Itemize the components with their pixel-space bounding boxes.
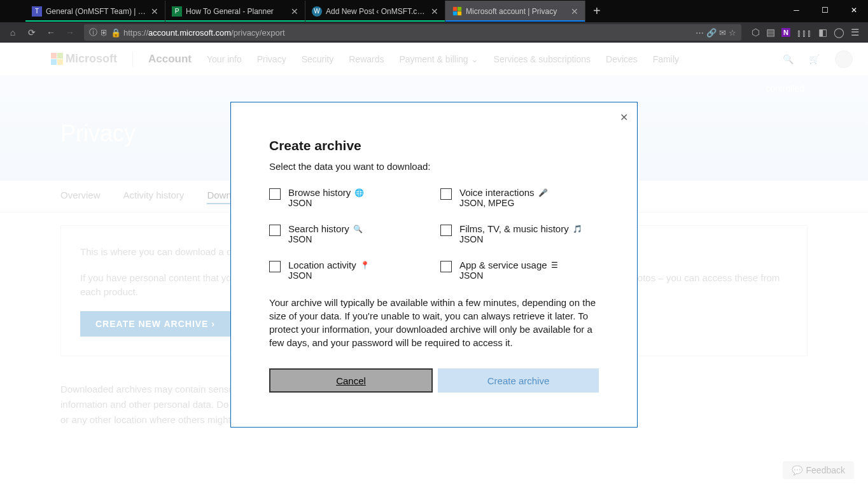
more-icon[interactable]: ⋯ xyxy=(696,28,704,38)
close-tab-icon[interactable]: ✕ xyxy=(151,6,158,17)
nav-bar: ⌂ ⟳ ← → ⓘ ⛨ 🔒 https://account.microsoft.… xyxy=(0,22,868,43)
microsoft-icon xyxy=(452,6,462,17)
modal-disclaimer: Your archive will typically be available… xyxy=(269,296,599,349)
modal-subtitle: Select the data you want to download: xyxy=(269,161,599,172)
option-location[interactable]: Location activity 📍 JSON xyxy=(269,260,428,281)
close-modal-button[interactable]: ✕ xyxy=(620,111,628,123)
close-tab-icon[interactable]: ✕ xyxy=(291,6,298,17)
create-archive-modal: ✕ Create archive Select the data you wan… xyxy=(230,102,638,428)
browser-tab-active[interactable]: Microsoft account | Privacy ✕ xyxy=(445,1,585,22)
create-archive-submit-button[interactable]: Create archive xyxy=(438,368,599,393)
toolbar-right: ⬡ ▤ N ⫿⫿⫿ ◧ ◯ ☰ xyxy=(746,27,864,38)
checkbox[interactable] xyxy=(269,225,281,236)
music-icon: 🎵 xyxy=(573,225,582,234)
tab-title: How To General - Planner xyxy=(186,7,287,16)
modal-buttons: Cancel Create archive xyxy=(269,368,599,393)
checkbox[interactable] xyxy=(269,261,281,272)
option-search[interactable]: Search history 🔍 JSON xyxy=(269,223,428,244)
checkbox[interactable] xyxy=(440,225,452,236)
mic-icon: 🎤 xyxy=(538,188,548,197)
globe-icon: 🌐 xyxy=(354,188,364,197)
option-apps[interactable]: App & service usage ☰ JSON xyxy=(440,260,599,281)
shield-icon[interactable]: ⛨ xyxy=(100,28,108,38)
extension-icon[interactable]: ⬡ xyxy=(752,27,760,38)
window-controls: ─ ☐ ✕ xyxy=(782,0,868,20)
modal-overlay: ✕ Create archive Select the data you wan… xyxy=(0,43,868,488)
mail-icon[interactable]: ✉ xyxy=(719,28,726,38)
option-browse-history[interactable]: Browse history 🌐 JSON xyxy=(269,187,428,208)
sidebar-icon[interactable]: ◧ xyxy=(818,27,827,38)
search-icon: 🔍 xyxy=(353,225,363,234)
option-voice[interactable]: Voice interactions 🎤 JSON, MPEG xyxy=(440,187,599,208)
list-icon: ☰ xyxy=(551,261,558,270)
reload-button[interactable]: ⟳ xyxy=(23,24,41,41)
link-icon[interactable]: 🔗 xyxy=(706,28,717,38)
maximize-button[interactable]: ☐ xyxy=(811,0,839,20)
close-window-button[interactable]: ✕ xyxy=(839,0,868,20)
url-text: https://account.microsoft.com/privacy/ex… xyxy=(123,28,693,38)
browser-tab[interactable]: W Add New Post ‹ OnMSFT.com — W ✕ xyxy=(305,1,445,22)
teams-icon: T xyxy=(32,6,42,17)
minimize-button[interactable]: ─ xyxy=(782,0,811,20)
close-tab-icon[interactable]: ✕ xyxy=(571,6,578,17)
options-grid: Browse history 🌐 JSON Voice interactions… xyxy=(269,187,599,281)
library-icon[interactable]: ⫿⫿⫿ xyxy=(797,27,812,38)
back-button[interactable]: ← xyxy=(42,24,60,41)
menu-icon[interactable]: ☰ xyxy=(851,27,859,38)
url-bar[interactable]: ⓘ ⛨ 🔒 https://account.microsoft.com/priv… xyxy=(84,24,741,41)
extension-icon[interactable]: ▤ xyxy=(766,27,775,38)
wordpress-icon: W xyxy=(312,6,322,17)
onenote-icon[interactable]: N xyxy=(781,28,790,37)
browser-tab[interactable]: P How To General - Planner ✕ xyxy=(165,1,305,22)
tab-strip: T General (OnMSFT Team) | Micr ✕ P How T… xyxy=(0,0,868,22)
modal-title: Create archive xyxy=(269,138,599,153)
browser-chrome: ─ ☐ ✕ T General (OnMSFT Team) | Micr ✕ P… xyxy=(0,0,868,43)
tab-title: General (OnMSFT Team) | Micr xyxy=(46,7,147,16)
checkbox[interactable] xyxy=(269,188,281,200)
browser-tab[interactable]: T General (OnMSFT Team) | Micr ✕ xyxy=(25,1,165,22)
checkbox[interactable] xyxy=(440,188,452,200)
location-icon: 📍 xyxy=(360,261,370,270)
lock-icon[interactable]: 🔒 xyxy=(111,28,121,38)
tab-title: Microsoft account | Privacy xyxy=(466,7,567,16)
bookmark-icon[interactable]: ☆ xyxy=(729,28,736,38)
new-tab-button[interactable]: + xyxy=(585,4,608,18)
info-icon[interactable]: ⓘ xyxy=(89,27,97,38)
checkbox[interactable] xyxy=(440,261,452,272)
cancel-button[interactable]: Cancel xyxy=(269,368,433,393)
option-media[interactable]: Films, TV, & music history 🎵 JSON xyxy=(440,223,599,244)
account-icon[interactable]: ◯ xyxy=(834,27,844,38)
close-tab-icon[interactable]: ✕ xyxy=(431,6,438,17)
planner-icon: P xyxy=(172,6,182,17)
home-button[interactable]: ⌂ xyxy=(4,24,22,41)
tab-title: Add New Post ‹ OnMSFT.com — W xyxy=(326,7,427,16)
forward-button[interactable]: → xyxy=(61,24,79,41)
